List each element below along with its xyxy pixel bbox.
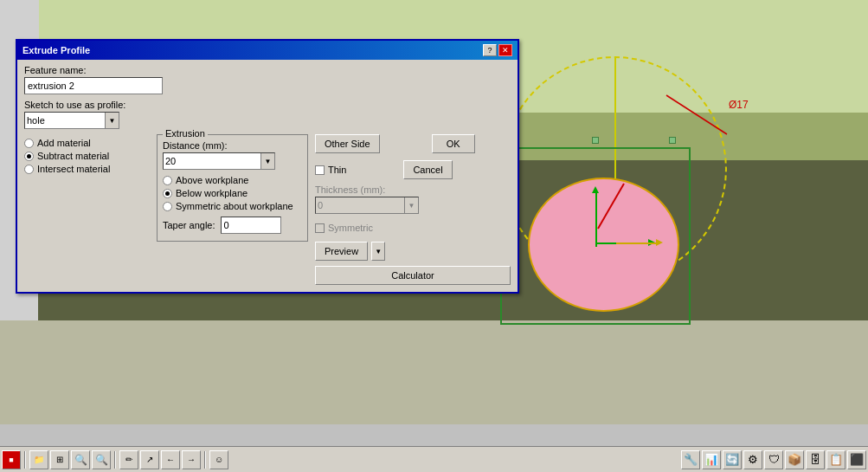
dialog-title: Extrude Profile xyxy=(23,45,90,55)
preview-dropdown-btn[interactable]: ▼ xyxy=(371,242,385,261)
dialog-help-btn[interactable]: ? xyxy=(483,44,497,56)
material-options-col: Add material Subtract material Intersect… xyxy=(24,134,150,285)
sketch-select-arrow[interactable]: ▼ xyxy=(105,113,119,128)
cad-control-point xyxy=(592,137,599,144)
right-options-col: Other Side OK Thin Cancel Thickness (mm)… xyxy=(315,134,511,285)
thickness-select-arrow: ▼ xyxy=(404,197,418,213)
feature-name-label: Feature name: xyxy=(24,65,511,75)
taskbar-btn-3[interactable]: 🔍 xyxy=(71,450,90,469)
add-material-radio[interactable] xyxy=(24,139,34,148)
taskbar-right-btn-4[interactable]: ⚙ xyxy=(743,450,762,469)
workplane-radio-group: Above workplane Below workplane Symmetri… xyxy=(163,175,302,211)
feature-name-input[interactable] xyxy=(24,77,163,94)
taper-angle-input[interactable] xyxy=(221,217,281,234)
taskbar-right-btn-3[interactable]: 🔄 xyxy=(723,450,742,469)
thickness-input-container: 0 ▼ xyxy=(315,197,511,214)
feature-name-group: Feature name: xyxy=(24,65,511,94)
taskbar-right-btn-7[interactable]: 🗄 xyxy=(806,450,825,469)
thickness-group: Thickness (mm): 0 ▼ xyxy=(315,184,511,214)
thin-checkbox[interactable] xyxy=(315,165,325,175)
taskbar-right-btn-2[interactable]: 📊 xyxy=(702,450,721,469)
above-workplane-radio[interactable] xyxy=(163,176,172,185)
other-side-ok-row: Other Side OK xyxy=(315,134,511,153)
taskbar-btn-2[interactable]: ⊞ xyxy=(50,450,69,469)
taskbar: ■ 📁 ⊞ 🔍 🔍 ✏ ↗ ← → ☺ 🔧 📊 🔄 ⚙ 🛡 📦 🗄 📋 ⬛ xyxy=(0,446,868,472)
distance-select-arrow[interactable]: ▼ xyxy=(260,153,274,169)
dialog-columns: Add material Subtract material Intersect… xyxy=(24,134,511,285)
taskbar-btn-1[interactable]: 📁 xyxy=(29,450,48,469)
distance-input-container: 20 ▼ xyxy=(163,152,302,170)
ok-btn[interactable]: OK xyxy=(432,134,475,153)
sketch-profile-group: Sketch to use as profile: hole ▼ xyxy=(24,100,511,129)
below-workplane-label: Below workplane xyxy=(176,188,248,198)
sketch-profile-label: Sketch to use as profile: xyxy=(24,100,511,110)
taskbar-separator-2 xyxy=(114,451,116,469)
thickness-select: 0 ▼ xyxy=(315,197,419,214)
symmetric-checkbox-item: Symmetric xyxy=(315,223,511,233)
cad-y-axis xyxy=(595,191,597,247)
taskbar-btn-5[interactable]: ✏ xyxy=(119,450,138,469)
below-workplane-option[interactable]: Below workplane xyxy=(163,188,302,198)
distance-value: 20 xyxy=(165,156,176,166)
add-material-label: Add material xyxy=(37,138,91,148)
preview-row: Preview ▼ xyxy=(315,242,511,261)
symmetric-label: Symmetric xyxy=(328,223,373,233)
taskbar-separator-3 xyxy=(204,451,206,469)
intersect-material-label: Intersect material xyxy=(37,164,110,174)
distance-select[interactable]: 20 ▼ xyxy=(163,152,275,170)
material-radio-group: Add material Subtract material Intersect… xyxy=(24,138,150,174)
symmetric-checkbox xyxy=(315,223,325,233)
svg-line-0 xyxy=(666,95,727,134)
extrusion-settings-col: Extrusion Distance (mm): 20 ▼ xyxy=(157,134,308,285)
taskbar-btn-9[interactable]: ☺ xyxy=(209,450,228,469)
other-side-btn[interactable]: Other Side xyxy=(315,134,380,153)
sketch-select-value: hole xyxy=(27,115,45,126)
thin-cancel-row: Thin Cancel xyxy=(315,160,511,179)
subtract-material-option[interactable]: Subtract material xyxy=(24,151,150,161)
taskbar-separator-1 xyxy=(24,451,26,469)
calculator-btn[interactable]: Calculator xyxy=(315,266,511,285)
thickness-value: 0 xyxy=(318,200,323,210)
cad-dimension: Ø17 xyxy=(658,87,762,139)
taskbar-right-btn-5[interactable]: 🛡 xyxy=(764,450,783,469)
sketch-select-container: hole ▼ xyxy=(24,112,511,129)
thin-label: Thin xyxy=(328,165,346,175)
dialog-titlebar: Extrude Profile ? ✕ xyxy=(17,41,518,60)
extrusion-section-box: Extrusion Distance (mm): 20 ▼ xyxy=(157,134,308,242)
thickness-label: Thickness (mm): xyxy=(315,184,511,195)
above-workplane-label: Above workplane xyxy=(176,175,248,185)
dialog-controls: ? ✕ xyxy=(483,44,512,56)
intersect-material-option[interactable]: Intersect material xyxy=(24,164,150,174)
svg-text:Ø17: Ø17 xyxy=(729,99,749,111)
extrude-profile-dialog: Extrude Profile ? ✕ Feature name: Sketch… xyxy=(16,39,519,294)
cancel-btn[interactable]: Cancel xyxy=(403,160,452,179)
add-material-option[interactable]: Add material xyxy=(24,138,150,148)
preview-btn[interactable]: Preview xyxy=(315,242,368,261)
taskbar-btn-6[interactable]: ↗ xyxy=(140,450,159,469)
taskbar-right-btn-6[interactable]: 📦 xyxy=(785,450,804,469)
taskbar-right-btn-9[interactable]: ⬛ xyxy=(847,450,866,469)
above-workplane-option[interactable]: Above workplane xyxy=(163,175,302,185)
intersect-material-radio[interactable] xyxy=(24,165,34,174)
dialog-close-btn[interactable]: ✕ xyxy=(498,44,512,56)
cad-z-axis xyxy=(616,242,659,244)
cad-bottom-surface xyxy=(0,320,868,424)
sketch-select[interactable]: hole ▼ xyxy=(24,112,119,129)
taskbar-right-btn-1[interactable]: 🔧 xyxy=(681,450,700,469)
taskbar-btn-8[interactable]: → xyxy=(182,450,201,469)
taskbar-start-btn[interactable]: ■ xyxy=(2,450,21,469)
right-col-inner: Other Side OK Thin Cancel Thickness (mm)… xyxy=(315,134,511,285)
distance-group: Distance (mm): 20 ▼ xyxy=(163,140,302,170)
symmetric-workplane-radio[interactable] xyxy=(163,202,172,211)
taskbar-btn-7[interactable]: ← xyxy=(161,450,180,469)
taper-angle-label: Taper angle: xyxy=(163,220,215,230)
distance-label: Distance (mm): xyxy=(163,140,302,151)
subtract-material-label: Subtract material xyxy=(37,151,109,161)
thin-checkbox-item[interactable]: Thin xyxy=(315,165,346,175)
extrusion-section-title: Extrusion xyxy=(163,128,208,139)
taskbar-right-btn-8[interactable]: 📋 xyxy=(826,450,845,469)
subtract-material-radio[interactable] xyxy=(24,152,34,161)
below-workplane-radio[interactable] xyxy=(163,189,172,198)
taskbar-btn-4[interactable]: 🔍 xyxy=(92,450,111,469)
symmetric-workplane-option[interactable]: Symmetric about workplane xyxy=(163,201,302,211)
